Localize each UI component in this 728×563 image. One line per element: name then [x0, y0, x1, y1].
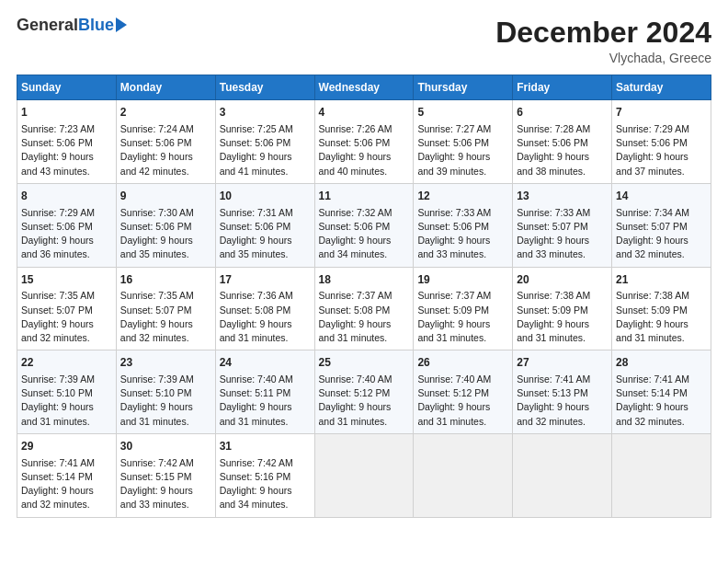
calendar-week-row: 29Sunrise: 7:41 AM Sunset: 5:14 PM Dayli… — [17, 433, 711, 517]
day-info: Sunrise: 7:42 AM Sunset: 5:15 PM Dayligh… — [120, 456, 211, 512]
weekday-header: Tuesday — [215, 75, 314, 100]
day-info: Sunrise: 7:34 AM Sunset: 5:07 PM Dayligh… — [616, 206, 707, 262]
title-area: December 2024 Vlychada, Greece — [495, 17, 711, 65]
day-number: 11 — [319, 189, 410, 204]
subtitle: Vlychada, Greece — [495, 51, 711, 65]
day-info: Sunrise: 7:30 AM Sunset: 5:06 PM Dayligh… — [120, 206, 211, 262]
day-info: Sunrise: 7:35 AM Sunset: 5:07 PM Dayligh… — [120, 289, 211, 345]
weekday-header: Monday — [116, 75, 215, 100]
calendar-day-cell: 9Sunrise: 7:30 AM Sunset: 5:06 PM Daylig… — [116, 183, 215, 267]
day-info: Sunrise: 7:37 AM Sunset: 5:09 PM Dayligh… — [417, 289, 508, 345]
day-number: 10 — [220, 189, 311, 204]
day-number: 26 — [417, 355, 508, 371]
day-number: 25 — [319, 355, 410, 371]
weekday-header: Saturday — [612, 75, 711, 100]
day-number: 23 — [120, 355, 211, 371]
day-info: Sunrise: 7:40 AM Sunset: 5:12 PM Dayligh… — [417, 373, 508, 429]
calendar-day-cell: 28Sunrise: 7:41 AM Sunset: 5:14 PM Dayli… — [612, 350, 711, 434]
weekday-header: Sunday — [17, 75, 117, 100]
day-number: 28 — [616, 355, 707, 371]
day-info: Sunrise: 7:42 AM Sunset: 5:16 PM Dayligh… — [220, 456, 311, 512]
day-number: 30 — [120, 439, 211, 454]
calendar-day-cell: 12Sunrise: 7:33 AM Sunset: 5:06 PM Dayli… — [414, 183, 513, 267]
day-info: Sunrise: 7:29 AM Sunset: 5:06 PM Dayligh… — [21, 206, 112, 262]
page: General Blue December 2024 Vlychada, Gre… — [0, 0, 728, 563]
day-info: Sunrise: 7:39 AM Sunset: 5:10 PM Dayligh… — [120, 373, 211, 429]
header: General Blue December 2024 Vlychada, Gre… — [17, 17, 711, 65]
calendar-day-cell: 17Sunrise: 7:36 AM Sunset: 5:08 PM Dayli… — [215, 267, 314, 350]
day-number: 19 — [417, 272, 508, 288]
logo-blue: Blue — [78, 17, 114, 35]
calendar-day-cell — [513, 433, 612, 517]
day-number: 20 — [517, 272, 608, 288]
day-number: 7 — [616, 105, 707, 121]
calendar-day-cell: 6Sunrise: 7:28 AM Sunset: 5:06 PM Daylig… — [513, 100, 612, 184]
day-number: 21 — [616, 272, 707, 288]
calendar-day-cell: 18Sunrise: 7:37 AM Sunset: 5:08 PM Dayli… — [314, 267, 414, 350]
calendar-day-cell: 4Sunrise: 7:26 AM Sunset: 5:06 PM Daylig… — [314, 100, 414, 184]
day-info: Sunrise: 7:39 AM Sunset: 5:10 PM Dayligh… — [21, 373, 112, 429]
day-info: Sunrise: 7:28 AM Sunset: 5:06 PM Dayligh… — [517, 122, 608, 178]
day-number: 31 — [220, 439, 311, 454]
calendar-week-row: 22Sunrise: 7:39 AM Sunset: 5:10 PM Dayli… — [17, 350, 711, 434]
day-number: 5 — [417, 105, 508, 121]
day-number: 4 — [319, 105, 410, 121]
calendar-day-cell: 23Sunrise: 7:39 AM Sunset: 5:10 PM Dayli… — [116, 350, 215, 434]
calendar-day-cell: 20Sunrise: 7:38 AM Sunset: 5:09 PM Dayli… — [513, 267, 612, 350]
day-info: Sunrise: 7:38 AM Sunset: 5:09 PM Dayligh… — [517, 289, 608, 345]
day-number: 6 — [517, 105, 608, 121]
day-info: Sunrise: 7:26 AM Sunset: 5:06 PM Dayligh… — [319, 122, 410, 178]
calendar-week-row: 15Sunrise: 7:35 AM Sunset: 5:07 PM Dayli… — [17, 267, 711, 350]
day-info: Sunrise: 7:32 AM Sunset: 5:06 PM Dayligh… — [319, 206, 410, 262]
day-info: Sunrise: 7:37 AM Sunset: 5:08 PM Dayligh… — [319, 289, 410, 345]
calendar-day-cell: 7Sunrise: 7:29 AM Sunset: 5:06 PM Daylig… — [612, 100, 711, 184]
calendar-day-cell: 8Sunrise: 7:29 AM Sunset: 5:06 PM Daylig… — [17, 183, 117, 267]
day-info: Sunrise: 7:38 AM Sunset: 5:09 PM Dayligh… — [616, 289, 707, 345]
day-number: 18 — [319, 272, 410, 288]
logo-general: General — [17, 17, 78, 35]
calendar-week-row: 1Sunrise: 7:23 AM Sunset: 5:06 PM Daylig… — [17, 100, 711, 184]
day-info: Sunrise: 7:35 AM Sunset: 5:07 PM Dayligh… — [21, 289, 112, 345]
calendar-day-cell — [414, 433, 513, 517]
day-number: 3 — [220, 105, 311, 121]
calendar-day-cell: 25Sunrise: 7:40 AM Sunset: 5:12 PM Dayli… — [314, 350, 414, 434]
day-info: Sunrise: 7:41 AM Sunset: 5:13 PM Dayligh… — [517, 373, 608, 429]
calendar-day-cell: 1Sunrise: 7:23 AM Sunset: 5:06 PM Daylig… — [17, 100, 117, 184]
calendar-day-cell: 2Sunrise: 7:24 AM Sunset: 5:06 PM Daylig… — [116, 100, 215, 184]
calendar-day-cell: 15Sunrise: 7:35 AM Sunset: 5:07 PM Dayli… — [17, 267, 117, 350]
day-info: Sunrise: 7:40 AM Sunset: 5:11 PM Dayligh… — [220, 373, 311, 429]
day-number: 13 — [517, 189, 608, 204]
day-info: Sunrise: 7:36 AM Sunset: 5:08 PM Dayligh… — [220, 289, 311, 345]
day-info: Sunrise: 7:29 AM Sunset: 5:06 PM Dayligh… — [616, 122, 707, 178]
day-number: 16 — [120, 272, 211, 288]
day-info: Sunrise: 7:41 AM Sunset: 5:14 PM Dayligh… — [616, 373, 707, 429]
day-number: 12 — [417, 189, 508, 204]
weekday-header: Thursday — [414, 75, 513, 100]
day-info: Sunrise: 7:40 AM Sunset: 5:12 PM Dayligh… — [319, 373, 410, 429]
day-info: Sunrise: 7:23 AM Sunset: 5:06 PM Dayligh… — [21, 122, 112, 178]
calendar-header-row: SundayMondayTuesdayWednesdayThursdayFrid… — [17, 75, 711, 100]
weekday-header: Friday — [513, 75, 612, 100]
logo: General Blue — [17, 17, 127, 35]
calendar-day-cell: 5Sunrise: 7:27 AM Sunset: 5:06 PM Daylig… — [414, 100, 513, 184]
calendar-day-cell: 10Sunrise: 7:31 AM Sunset: 5:06 PM Dayli… — [215, 183, 314, 267]
day-number: 29 — [21, 439, 112, 454]
day-info: Sunrise: 7:33 AM Sunset: 5:06 PM Dayligh… — [417, 206, 508, 262]
weekday-header: Wednesday — [314, 75, 414, 100]
logo-text: General Blue — [17, 17, 127, 35]
day-info: Sunrise: 7:33 AM Sunset: 5:07 PM Dayligh… — [517, 206, 608, 262]
calendar-day-cell: 22Sunrise: 7:39 AM Sunset: 5:10 PM Dayli… — [17, 350, 117, 434]
calendar-week-row: 8Sunrise: 7:29 AM Sunset: 5:06 PM Daylig… — [17, 183, 711, 267]
calendar-day-cell: 11Sunrise: 7:32 AM Sunset: 5:06 PM Dayli… — [314, 183, 414, 267]
calendar-day-cell: 14Sunrise: 7:34 AM Sunset: 5:07 PM Dayli… — [612, 183, 711, 267]
day-number: 1 — [21, 105, 112, 121]
calendar-day-cell: 3Sunrise: 7:25 AM Sunset: 5:06 PM Daylig… — [215, 100, 314, 184]
calendar-day-cell: 26Sunrise: 7:40 AM Sunset: 5:12 PM Dayli… — [414, 350, 513, 434]
calendar-day-cell: 21Sunrise: 7:38 AM Sunset: 5:09 PM Dayli… — [612, 267, 711, 350]
logo-arrow-icon — [116, 17, 127, 32]
day-number: 2 — [120, 105, 211, 121]
day-number: 24 — [220, 355, 311, 371]
calendar-day-cell — [612, 433, 711, 517]
day-number: 8 — [21, 189, 112, 204]
day-info: Sunrise: 7:41 AM Sunset: 5:14 PM Dayligh… — [21, 456, 112, 512]
